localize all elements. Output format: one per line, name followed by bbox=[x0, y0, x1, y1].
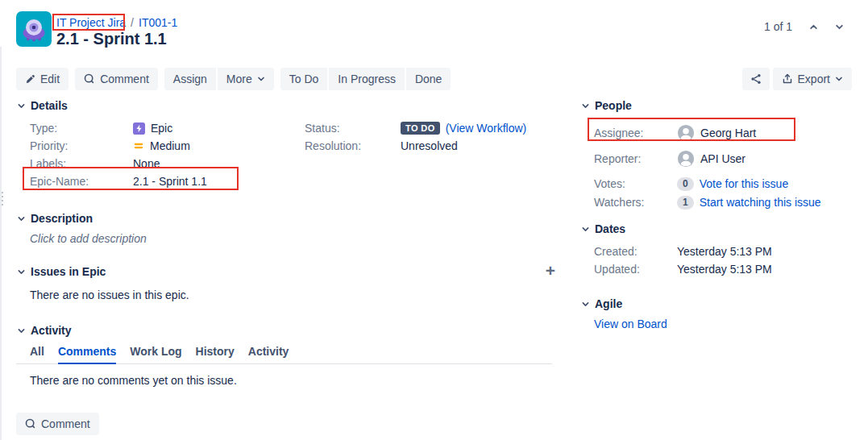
details-section-title: Details bbox=[31, 99, 68, 112]
in-progress-transition-button[interactable]: In Progress bbox=[329, 68, 405, 90]
export-button[interactable]: Export bbox=[773, 68, 852, 90]
tab-activity[interactable]: Activity bbox=[248, 345, 289, 363]
votes-label: Votes: bbox=[582, 177, 677, 190]
edit-button-label: Edit bbox=[40, 73, 60, 85]
issues-in-epic-collapse-toggle[interactable] bbox=[18, 268, 25, 276]
more-button[interactable]: More bbox=[218, 68, 274, 90]
previous-issue-button[interactable] bbox=[809, 23, 818, 31]
share-button[interactable] bbox=[742, 68, 770, 90]
add-comment-button[interactable]: Comment bbox=[16, 413, 99, 435]
priority-value: Medium bbox=[150, 139, 190, 152]
chevron-down-icon bbox=[582, 102, 589, 110]
comment-button-label: Comment bbox=[100, 73, 149, 85]
assign-more-group: Assign More bbox=[164, 68, 274, 90]
view-on-board-link[interactable]: View on Board bbox=[582, 318, 856, 330]
upload-icon bbox=[782, 73, 793, 85]
tab-work-log[interactable]: Work Log bbox=[130, 345, 181, 363]
votes-count-badge: 0 bbox=[677, 177, 694, 191]
people-section: People Assignee: Georg Hart Reporter: AP… bbox=[582, 99, 856, 210]
details-collapse-toggle[interactable] bbox=[18, 102, 25, 110]
start-watching-link[interactable]: Start watching this issue bbox=[700, 196, 821, 209]
agile-section-title: Agile bbox=[595, 297, 622, 310]
next-issue-button[interactable] bbox=[835, 23, 844, 31]
chevron-down-icon bbox=[18, 327, 25, 334]
watchers-row: Watchers: 1 Start watching this issue bbox=[582, 194, 856, 210]
user-avatar-icon bbox=[677, 124, 695, 142]
created-label: Created: bbox=[582, 245, 677, 258]
issues-in-epic-section: Issues in Epic + There are no issues in … bbox=[16, 265, 562, 301]
priority-label: Priority: bbox=[16, 139, 133, 152]
view-workflow-link[interactable]: (View Workflow) bbox=[446, 122, 527, 135]
add-issue-to-epic-button[interactable]: + bbox=[546, 262, 555, 279]
agile-collapse-toggle[interactable] bbox=[582, 301, 589, 308]
activity-tabs: All Comments Work Log History Activity bbox=[16, 345, 552, 364]
todo-label: To Do bbox=[289, 73, 319, 85]
assignee-row: Assignee: Georg Hart bbox=[582, 122, 856, 144]
tab-all[interactable]: All bbox=[30, 345, 44, 363]
more-button-label: More bbox=[226, 73, 252, 85]
breadcrumb-project-link[interactable]: IT Project Jira bbox=[56, 16, 126, 29]
reporter-value[interactable]: API User bbox=[700, 152, 745, 165]
people-section-title: People bbox=[595, 99, 632, 112]
issue-toolbar: Edit Comment Assign More To Do In Progre… bbox=[16, 68, 451, 90]
done-transition-button[interactable]: Done bbox=[406, 68, 451, 90]
labels-value: None bbox=[133, 157, 160, 170]
workflow-transition-group: To Do In Progress Done bbox=[280, 68, 451, 90]
priority-medium-icon bbox=[133, 140, 144, 152]
type-value: Epic bbox=[151, 122, 172, 135]
status-field-row: Status: TO DO (View Workflow) bbox=[305, 119, 526, 137]
updated-value: Yesterday 5:13 PM bbox=[677, 263, 772, 276]
issues-in-epic-empty-text: There are no issues in this epic. bbox=[16, 288, 562, 301]
assign-button[interactable]: Assign bbox=[164, 68, 216, 90]
chevron-down-icon bbox=[582, 226, 589, 233]
speech-bubble-icon bbox=[25, 418, 36, 430]
edit-button[interactable]: Edit bbox=[16, 68, 69, 90]
resolution-value: Unresolved bbox=[401, 139, 458, 152]
comment-button[interactable]: Comment bbox=[75, 68, 158, 90]
epic-name-field-row: Epic-Name: 2.1 - Sprint 1.1 bbox=[16, 172, 562, 190]
details-section: Details Type: Epic Priority: Medium Labe… bbox=[16, 99, 562, 190]
epic-issue-type-icon bbox=[133, 122, 145, 135]
panel-resize-handle-icon[interactable] bbox=[2, 192, 3, 205]
reporter-label: Reporter: bbox=[582, 152, 677, 165]
type-label: Type: bbox=[16, 122, 133, 135]
issues-in-epic-section-title: Issues in Epic bbox=[31, 265, 106, 278]
activity-section-title: Activity bbox=[31, 324, 72, 337]
updated-label: Updated: bbox=[582, 263, 677, 276]
description-section: Description Click to add description bbox=[16, 212, 562, 245]
dates-collapse-toggle[interactable] bbox=[582, 226, 589, 233]
people-collapse-toggle[interactable] bbox=[582, 102, 589, 110]
description-placeholder[interactable]: Click to add description bbox=[16, 232, 562, 245]
breadcrumb-issue-key-link[interactable]: IT001-1 bbox=[139, 16, 177, 29]
tab-comments[interactable]: Comments bbox=[58, 345, 116, 363]
tab-history[interactable]: History bbox=[196, 345, 235, 363]
dates-section: Dates Created: Yesterday 5:13 PM Updated… bbox=[582, 222, 856, 278]
toolbar-right: Export bbox=[742, 68, 852, 90]
assignee-value[interactable]: Georg Hart bbox=[700, 127, 756, 139]
chevron-down-icon bbox=[18, 268, 25, 276]
watchers-count-badge: 1 bbox=[677, 196, 694, 210]
updated-row: Updated: Yesterday 5:13 PM bbox=[582, 260, 856, 278]
breadcrumb: IT Project Jira / IT001-1 bbox=[56, 16, 177, 29]
resolution-field-row: Resolution: Unresolved bbox=[305, 137, 526, 155]
epic-name-label: Epic-Name: bbox=[16, 175, 133, 188]
share-icon bbox=[750, 73, 762, 85]
epic-name-value: 2.1 - Sprint 1.1 bbox=[133, 175, 207, 188]
done-label: Done bbox=[415, 73, 442, 85]
chevron-down-icon bbox=[835, 75, 843, 83]
labels-field-row: Labels: None bbox=[16, 155, 562, 172]
project-avatar-icon[interactable] bbox=[16, 11, 52, 47]
chevron-down-icon bbox=[835, 23, 844, 31]
dates-section-title: Dates bbox=[595, 222, 625, 235]
activity-collapse-toggle[interactable] bbox=[18, 327, 25, 334]
watchers-label: Watchers: bbox=[582, 196, 677, 209]
created-value: Yesterday 5:13 PM bbox=[677, 245, 772, 258]
todo-transition-button[interactable]: To Do bbox=[280, 68, 328, 90]
labels-label: Labels: bbox=[16, 157, 133, 170]
in-progress-label: In Progress bbox=[338, 73, 396, 85]
agile-section: Agile View on Board bbox=[582, 297, 856, 330]
vote-for-issue-link[interactable]: Vote for this issue bbox=[700, 177, 789, 190]
description-collapse-toggle[interactable] bbox=[18, 215, 25, 222]
resolution-label: Resolution: bbox=[305, 139, 401, 152]
assignee-label: Assignee: bbox=[582, 127, 677, 139]
